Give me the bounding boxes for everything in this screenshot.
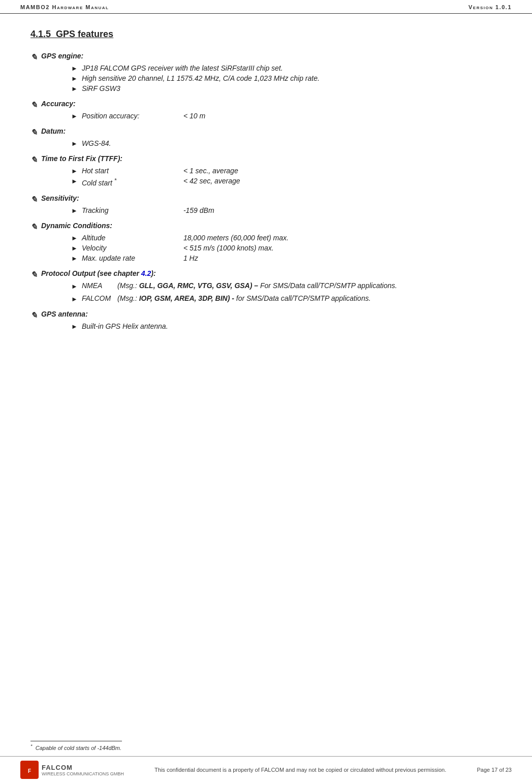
list-item: ► Hot start < 1 sec., average bbox=[71, 167, 502, 175]
feature-label-accuracy: ✎ Accuracy: bbox=[30, 100, 502, 110]
list-item: ► Tracking -159 dBm bbox=[71, 206, 502, 214]
footer-logo: F FALCOM WIRELESS COMMUNICATIONS GMBH bbox=[20, 761, 124, 779]
feature-label-ttff: ✎ Time to First Fix (TTFF): bbox=[30, 154, 502, 165]
arrow-icon: ► bbox=[71, 255, 78, 262]
datum-items: ► WGS-84. bbox=[71, 139, 502, 147]
sensitivity-items: ► Tracking -159 dBm bbox=[71, 206, 502, 214]
feature-label-antenna: ✎ GPS antenna: bbox=[30, 310, 502, 320]
bullet-icon: ✎ bbox=[30, 128, 37, 137]
feature-sensitivity: ✎ Sensitivity: ► Tracking -159 dBm bbox=[30, 194, 502, 214]
page-header: MAMBO2 Hardware Manual Version 1.0.1 bbox=[0, 0, 532, 14]
footer-bar: F FALCOM WIRELESS COMMUNICATIONS GMBH Th… bbox=[0, 756, 532, 783]
page-number: Page 17 of 23 bbox=[477, 767, 512, 773]
gps-engine-items: ► JP18 FALCOM GPS receiver with the late… bbox=[71, 64, 502, 92]
arrow-icon: ► bbox=[71, 283, 78, 290]
list-item: ► Position accuracy: < 10 m bbox=[71, 112, 502, 120]
list-item: ► Cold start * < 42 sec, average bbox=[71, 177, 502, 187]
protocol-items: ► NMEA (Msg.: GLL, GGA, RMC, VTG, GSV, G… bbox=[71, 281, 502, 303]
bullet-icon: ✎ bbox=[30, 155, 37, 165]
arrow-icon: ► bbox=[71, 85, 78, 92]
footnote-area: * Capable of cold starts of -144dBm. bbox=[0, 741, 532, 756]
arrow-icon: ► bbox=[71, 295, 78, 303]
arrow-icon: ► bbox=[71, 323, 78, 330]
arrow-icon: ► bbox=[71, 234, 78, 242]
feature-datum: ✎ Datum: ► WGS-84. bbox=[30, 127, 502, 147]
feature-label-protocol: ✎ Protocol Output (see chapter 4.2): bbox=[30, 269, 502, 279]
header-left: MAMBO2 Hardware Manual bbox=[20, 4, 109, 10]
arrow-icon: ► bbox=[71, 167, 78, 175]
bullet-icon: ✎ bbox=[30, 195, 37, 204]
dynamic-items: ► Altitude 18,000 meters (60,000 feet) m… bbox=[71, 234, 502, 262]
footnote-divider bbox=[30, 741, 122, 741]
bullet-icon: ✎ bbox=[30, 222, 37, 232]
page-footer: * Capable of cold starts of -144dBm. F F… bbox=[0, 741, 532, 783]
ttff-items: ► Hot start < 1 sec., average ► Cold sta… bbox=[71, 167, 502, 187]
bullet-icon: ✎ bbox=[30, 270, 37, 279]
list-item: ► NMEA (Msg.: GLL, GGA, RMC, VTG, GSV, G… bbox=[71, 281, 502, 290]
list-item: ► WGS-84. bbox=[71, 139, 502, 147]
bullet-icon: ✎ bbox=[30, 52, 37, 62]
feature-label-sensitivity: ✎ Sensitivity: bbox=[30, 194, 502, 204]
chapter-link[interactable]: 4.2 bbox=[141, 269, 151, 277]
list-item: ► High sensitive 20 channel, L1 1575.42 … bbox=[71, 74, 502, 82]
arrow-icon: ► bbox=[71, 112, 78, 120]
arrow-icon: ► bbox=[71, 177, 78, 185]
bullet-icon: ✎ bbox=[30, 100, 37, 110]
header-right: Version 1.0.1 bbox=[468, 4, 512, 10]
list-item: ► JP18 FALCOM GPS receiver with the late… bbox=[71, 64, 502, 72]
feature-dynamic: ✎ Dynamic Conditions: ► Altitude 18,000 … bbox=[30, 222, 502, 262]
feature-gps-engine: ✎ GPS engine: ► JP18 FALCOM GPS receiver… bbox=[30, 52, 502, 92]
list-item: ► Max. update rate 1 Hz bbox=[71, 254, 502, 262]
list-item: ► Velocity < 515 m/s (1000 knots) max. bbox=[71, 244, 502, 252]
falcom-logo-icon: F bbox=[20, 761, 39, 779]
feature-accuracy: ✎ Accuracy: ► Position accuracy: < 10 m bbox=[30, 100, 502, 120]
svg-text:F: F bbox=[28, 768, 31, 774]
feature-antenna: ✎ GPS antenna: ► Built-in GPS Helix ante… bbox=[30, 310, 502, 330]
bullet-icon: ✎ bbox=[30, 310, 37, 320]
footnote-text: * Capable of cold starts of -144dBm. bbox=[30, 743, 502, 751]
section-title: 4.1.5 GPS features bbox=[30, 29, 502, 40]
section-number: 4.1.5 bbox=[30, 29, 51, 39]
arrow-icon: ► bbox=[71, 140, 78, 147]
accuracy-items: ► Position accuracy: < 10 m bbox=[71, 112, 502, 120]
main-content: 4.1.5 GPS features ✎ GPS engine: ► JP18 … bbox=[0, 14, 532, 398]
arrow-icon: ► bbox=[71, 244, 78, 252]
feature-label-dynamic: ✎ Dynamic Conditions: bbox=[30, 222, 502, 232]
list-item: ► Altitude 18,000 meters (60,000 feet) m… bbox=[71, 234, 502, 242]
list-item: ► Built-in GPS Helix antenna. bbox=[71, 322, 502, 330]
list-item: ► SiRF GSW3 bbox=[71, 84, 502, 92]
arrow-icon: ► bbox=[71, 65, 78, 72]
feature-label-gps-engine: ✎ GPS engine: bbox=[30, 52, 502, 62]
feature-protocol: ✎ Protocol Output (see chapter 4.2): ► N… bbox=[30, 269, 502, 303]
arrow-icon: ► bbox=[71, 75, 78, 82]
feature-ttff: ✎ Time to First Fix (TTFF): ► Hot start … bbox=[30, 154, 502, 187]
feature-label-datum: ✎ Datum: bbox=[30, 127, 502, 137]
antenna-items: ► Built-in GPS Helix antenna. bbox=[71, 322, 502, 330]
list-item: ► FALCOM (Msg.: IOP, GSM, AREA, 3DP, BIN… bbox=[71, 294, 502, 303]
arrow-icon: ► bbox=[71, 207, 78, 214]
section-name: GPS features bbox=[56, 29, 113, 39]
footer-disclaimer: This confidential document is a property… bbox=[124, 767, 477, 773]
